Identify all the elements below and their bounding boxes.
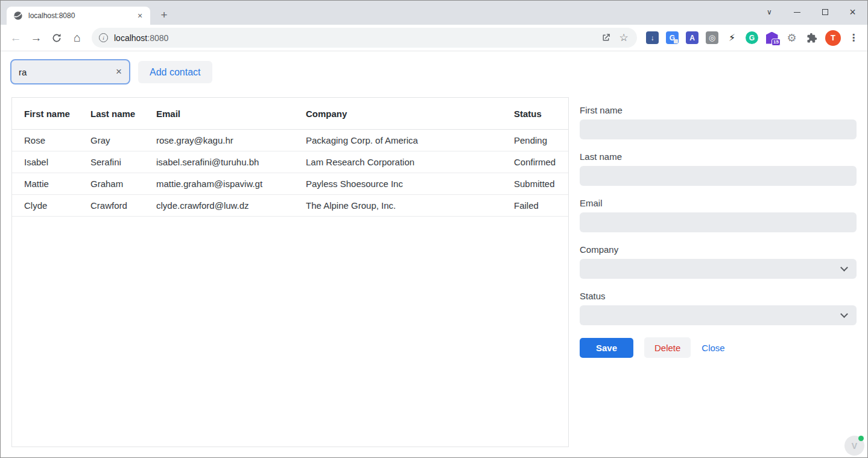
profile-avatar[interactable]: T <box>825 30 841 46</box>
maximize-button[interactable] <box>816 4 834 21</box>
close-window-button[interactable]: × <box>844 4 861 21</box>
status-dot <box>858 436 864 441</box>
cell-status: Submitted <box>514 179 568 189</box>
app-header: × Add contact <box>10 59 212 84</box>
new-tab-button[interactable]: + <box>156 7 173 24</box>
home-icon: ⌂ <box>74 31 81 45</box>
company-label: Company <box>580 244 857 256</box>
cell-status: Confirmed <box>514 157 568 167</box>
cell-company: Packaging Corp. of America <box>306 135 514 145</box>
chevron-down-icon <box>840 264 848 272</box>
status-label: Status <box>580 291 857 302</box>
cell-status: Pending <box>514 135 568 145</box>
page-content: × Add contact First name Last name Email… <box>1 51 867 457</box>
tab-title: localhost:8080 <box>28 11 135 20</box>
cell-last-name: Graham <box>90 179 156 189</box>
gear-extension-icon[interactable]: ⚙ <box>785 31 798 44</box>
last-name-label: Last name <box>580 151 857 163</box>
grammarly-extension-icon[interactable]: G <box>746 31 758 44</box>
lightning-extension-icon[interactable]: ⚡ <box>726 31 738 44</box>
url-text: localhost:8080 <box>114 33 594 43</box>
first-name-label: First name <box>580 105 857 116</box>
delete-button[interactable]: Delete <box>644 337 691 358</box>
forward-button[interactable]: → <box>27 29 45 47</box>
table-row[interactable]: Rose Gray rose.gray@kagu.hr Packaging Co… <box>12 130 568 151</box>
tab-search-chevron-icon[interactable]: ∨ <box>761 4 778 21</box>
add-contact-button[interactable]: Add contact <box>138 61 212 83</box>
window-controls: ∨ × <box>761 1 861 24</box>
screenshot-extension-icon[interactable]: A <box>686 31 699 44</box>
cell-last-name: Gray <box>90 135 156 145</box>
column-header-email: Email <box>156 109 306 119</box>
cell-status: Failed <box>514 200 568 211</box>
status-select[interactable] <box>580 305 857 325</box>
minimize-icon <box>794 12 800 13</box>
cell-first-name: Clyde <box>24 200 90 211</box>
translate-extension-icon[interactable]: G <box>666 31 679 44</box>
cell-last-name: Serafini <box>90 157 156 167</box>
browser-menu-icon[interactable]: ⋮ <box>848 32 859 43</box>
column-header-last-name: Last name <box>90 109 156 119</box>
chevron-down-icon <box>840 310 848 318</box>
cell-last-name: Crawford <box>90 200 156 211</box>
cell-first-name: Mattie <box>24 179 90 189</box>
bookmark-star-icon[interactable]: ☆ <box>618 32 630 44</box>
shopping-extension-icon[interactable]: 15 <box>765 31 778 44</box>
form-buttons: Save Delete Close <box>580 337 857 358</box>
browser-toolbar: ← → ⌂ i localhost:8080 ☆ ↓ G A ◎ ⚡ G 15 … <box>1 25 867 51</box>
home-button[interactable]: ⌂ <box>68 29 86 47</box>
cell-email: mattie.graham@ispaviw.gt <box>156 179 306 189</box>
table-row[interactable]: Isabel Serafini isabel.serafini@turuhu.b… <box>12 151 568 173</box>
extensions-row: ↓ G A ◎ ⚡ G 15 ⚙ T ⋮ <box>642 30 863 46</box>
reload-button[interactable] <box>48 29 66 47</box>
url-host: localhost <box>114 33 147 43</box>
table-body: Rose Gray rose.gray@kagu.hr Packaging Co… <box>12 130 568 217</box>
last-name-field[interactable] <box>580 166 857 186</box>
cell-email: isabel.serafini@turuhu.bh <box>156 157 306 167</box>
first-name-field[interactable] <box>580 119 857 139</box>
cell-email: rose.gray@kagu.hr <box>156 135 306 145</box>
camera-extension-icon[interactable]: ◎ <box>706 31 718 44</box>
url-port: :8080 <box>147 33 168 43</box>
cell-company: The Alpine Group, Inc. <box>306 200 514 211</box>
tab-close-icon[interactable]: × <box>135 10 145 21</box>
globe-favicon-icon <box>13 11 23 21</box>
contact-form: First name Last name Email Company Statu… <box>580 105 857 358</box>
back-button[interactable]: ← <box>7 29 25 47</box>
devtools-overlay-button[interactable]: V <box>844 436 864 456</box>
close-button[interactable]: Close <box>702 343 724 353</box>
cell-email: clyde.crawford@luw.dz <box>156 200 306 211</box>
column-header-first-name: First name <box>24 109 90 119</box>
extensions-puzzle-icon[interactable] <box>805 31 818 44</box>
cell-first-name: Isabel <box>24 157 90 167</box>
search-input[interactable] <box>19 67 115 77</box>
share-icon[interactable] <box>600 32 612 44</box>
extension-badge: 15 <box>771 39 781 46</box>
tab-strip: localhost:8080 × + ∨ × <box>1 1 867 25</box>
cell-company: Lam Research Corporation <box>306 157 514 167</box>
address-bar[interactable]: i localhost:8080 ☆ <box>92 28 637 48</box>
browser-window: localhost:8080 × + ∨ × ← → ⌂ i localhost… <box>0 0 868 458</box>
browser-tab[interactable]: localhost:8080 × <box>7 7 150 25</box>
search-box: × <box>10 59 130 84</box>
devtools-logo-icon: V <box>852 441 857 451</box>
table-header-row: First name Last name Email Company Statu… <box>12 98 568 130</box>
email-field[interactable] <box>580 212 857 232</box>
page-info-icon[interactable]: i <box>99 33 108 42</box>
cell-company: Payless Shoesource Inc <box>306 179 514 189</box>
clear-search-icon[interactable]: × <box>115 66 123 78</box>
column-header-status: Status <box>514 109 568 119</box>
cell-first-name: Rose <box>24 135 90 145</box>
table-row[interactable]: Mattie Graham mattie.graham@ispaviw.gt P… <box>12 173 568 195</box>
maximize-icon <box>822 9 828 15</box>
download-extension-icon[interactable]: ↓ <box>646 31 659 44</box>
company-select[interactable] <box>580 259 857 279</box>
email-label: Email <box>580 198 857 209</box>
save-button[interactable]: Save <box>580 338 633 358</box>
minimize-button[interactable] <box>788 4 806 21</box>
table-row[interactable]: Clyde Crawford clyde.crawford@luw.dz The… <box>12 195 568 217</box>
contacts-table: First name Last name Email Company Statu… <box>11 97 569 447</box>
column-header-company: Company <box>306 109 514 119</box>
